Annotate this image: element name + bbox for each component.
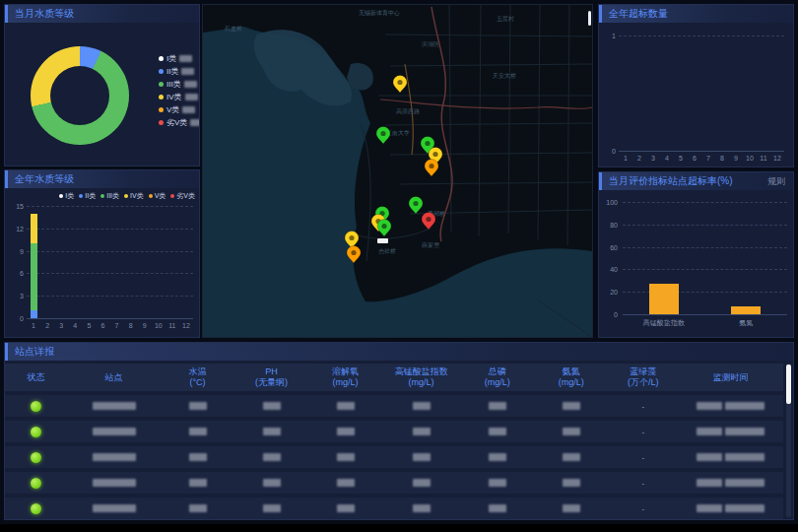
legend-dot bbox=[159, 82, 164, 87]
legend-label: III类 bbox=[106, 191, 119, 201]
column-unit: (mg/L) bbox=[382, 377, 460, 388]
donut-legend: I类II类III类IV类V类劣V类 bbox=[159, 52, 200, 129]
map-canvas[interactable]: 石皮桥无锡新体育中心滨湖区五星村天安大桥高浪西路江南大学青祁桥薛家里吉祥桥 bbox=[203, 5, 592, 341]
legend-label: IV类 bbox=[166, 92, 182, 102]
legend-dot bbox=[124, 194, 128, 198]
x-category-label: 高锰酸盐指数 bbox=[643, 318, 685, 328]
table-cell bbox=[308, 479, 382, 487]
table-row[interactable]: - bbox=[5, 395, 783, 417]
table-cell: - bbox=[608, 479, 678, 488]
rate-bar[interactable] bbox=[731, 306, 761, 314]
table-cell bbox=[161, 504, 234, 512]
y-tick-label: 6 bbox=[8, 270, 24, 277]
x-tick-label: 8 bbox=[129, 322, 133, 329]
masked-value bbox=[413, 428, 431, 435]
x-tick-label: 4 bbox=[665, 155, 669, 162]
column-name: 状态 bbox=[5, 372, 67, 383]
masked-value bbox=[413, 402, 431, 410]
table-row[interactable]: - bbox=[5, 472, 783, 494]
gridline bbox=[623, 292, 787, 293]
x-tick-label: 6 bbox=[101, 322, 105, 329]
legend-label: I类 bbox=[166, 53, 176, 64]
panel-title-year-exceed: 全年超标数量 bbox=[599, 5, 793, 23]
legend-item[interactable]: III类 bbox=[159, 78, 200, 91]
legend-item[interactable]: V类 bbox=[149, 191, 166, 201]
masked-value bbox=[93, 479, 136, 487]
column-name: 站点 bbox=[67, 372, 161, 383]
legend-item[interactable]: III类 bbox=[100, 191, 119, 201]
legend-label: I类 bbox=[65, 191, 74, 201]
legend-item[interactable]: I类 bbox=[159, 52, 200, 65]
masked-value bbox=[189, 402, 207, 410]
legend-dot bbox=[159, 95, 164, 100]
masked-value bbox=[337, 479, 355, 487]
column-unit: (万个/L) bbox=[608, 377, 678, 388]
table-cell bbox=[5, 503, 67, 514]
legend-item[interactable]: IV类 bbox=[124, 191, 144, 201]
rate-bar[interactable] bbox=[649, 284, 679, 314]
table-row[interactable]: - bbox=[5, 498, 783, 519]
y-tick-label: 40 bbox=[602, 266, 618, 273]
column-name: 总磷 bbox=[460, 366, 534, 377]
gridline bbox=[27, 229, 193, 230]
table-row[interactable]: - bbox=[5, 421, 783, 442]
column-name: 氨氮 bbox=[534, 366, 608, 377]
legend-item[interactable]: 劣V类 bbox=[159, 116, 200, 129]
stacked-bar-segment[interactable] bbox=[31, 243, 37, 310]
algae-value: - bbox=[641, 428, 644, 436]
legend-item[interactable]: 劣V类 bbox=[170, 191, 195, 201]
table-row[interactable]: - bbox=[5, 446, 783, 468]
legend-item[interactable]: II类 bbox=[79, 191, 96, 201]
legend-item[interactable]: I类 bbox=[59, 191, 74, 201]
masked-value bbox=[337, 428, 355, 435]
x-tick-label: 1 bbox=[624, 155, 628, 162]
legend-dot bbox=[79, 194, 83, 198]
y-tick-label: 0 bbox=[602, 311, 618, 318]
x-tick-label: 4 bbox=[73, 322, 77, 329]
masked-value bbox=[179, 55, 192, 62]
map-place-label: 吉祥桥 bbox=[378, 248, 396, 255]
y-tick-label: 100 bbox=[602, 199, 618, 206]
masked-value bbox=[413, 504, 431, 512]
column-unit: (mg/L) bbox=[308, 377, 382, 388]
table-header-cell: 水温(°C) bbox=[161, 366, 234, 388]
table-cell bbox=[534, 504, 608, 512]
table-cell bbox=[234, 402, 308, 410]
x-tick-label: 5 bbox=[87, 322, 91, 329]
table-header-cell: 状态 bbox=[5, 372, 67, 383]
stacked-bar-segment[interactable] bbox=[31, 310, 37, 318]
rules-link[interactable]: 规则 bbox=[767, 172, 785, 190]
table-cell bbox=[161, 428, 234, 435]
masked-value bbox=[563, 504, 580, 512]
masked-value bbox=[563, 479, 580, 487]
legend-item[interactable]: V类 bbox=[159, 103, 200, 116]
map-scrollbar-thumb[interactable] bbox=[588, 11, 591, 26]
masked-value bbox=[489, 453, 506, 461]
masked-value bbox=[93, 453, 136, 461]
x-axis-line bbox=[27, 318, 193, 319]
year-exceed-chart[interactable]: 10123456789101112 bbox=[619, 35, 784, 151]
month-rate-chart[interactable]: 020406080100高锰酸盐指数氨氮 bbox=[623, 202, 787, 314]
algae-value: - bbox=[641, 479, 644, 488]
table-cell bbox=[308, 428, 382, 435]
column-name: PH bbox=[234, 366, 308, 377]
legend-label: IV类 bbox=[130, 191, 144, 201]
map-svg[interactable]: 石皮桥无锡新体育中心滨湖区五星村天安大桥高浪西路江南大学青祁桥薛家里吉祥桥 bbox=[203, 5, 592, 337]
table-header-cell: 蓝绿藻(万个/L) bbox=[608, 366, 678, 388]
table-cell bbox=[534, 428, 608, 435]
panel-year-exceed: 全年超标数量 10123456789101112 bbox=[598, 4, 794, 167]
masked-value bbox=[489, 428, 506, 435]
x-tick-label: 10 bbox=[155, 322, 163, 329]
legend-item[interactable]: II类 bbox=[159, 65, 200, 78]
year-quality-chart[interactable]: 03691215123456789101112 bbox=[27, 206, 193, 318]
table-scrollbar-thumb[interactable] bbox=[786, 365, 791, 404]
x-tick-label: 1 bbox=[32, 322, 35, 329]
map-pin-badge bbox=[377, 238, 388, 243]
map-panel[interactable]: 石皮桥无锡新体育中心滨湖区五星村天安大桥高浪西路江南大学青祁桥薛家里吉祥桥 bbox=[202, 4, 593, 338]
legend-label: II类 bbox=[166, 66, 178, 77]
stacked-bar-segment[interactable] bbox=[31, 214, 37, 243]
x-tick-label: 12 bbox=[773, 155, 781, 162]
yearbar-legend: I类II类III类IV类V类劣V类 bbox=[90, 191, 195, 201]
legend-item[interactable]: IV类 bbox=[159, 91, 200, 103]
map-place-label: 高浪西路 bbox=[396, 107, 420, 115]
